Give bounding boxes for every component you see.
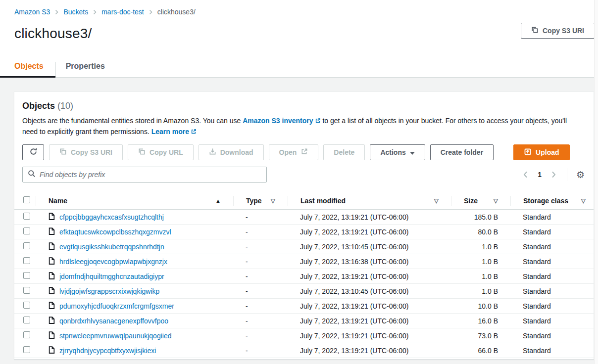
object-name-link[interactable]: stpnwcleepmvruwwqlpaunukjqogiied — [59, 332, 171, 340]
settings-gear-button[interactable]: ⚙ — [575, 170, 586, 180]
object-size-cell: 1.0 B — [451, 287, 510, 295]
object-name-cell: hrdlsleegjoqevcogbpwlapwbjxgnzjx — [36, 257, 233, 266]
object-name-link[interactable]: hrdlsleegjoqevcogbpwlapwbjxgnzjx — [59, 258, 167, 266]
row-checkbox[interactable] — [23, 346, 30, 353]
row-checkbox[interactable] — [23, 272, 30, 279]
column-label-type: Type — [246, 197, 262, 205]
row-select-cell — [14, 257, 36, 266]
object-name-link[interactable]: jdomfndjhquiltmgghcnzautadigiypr — [59, 273, 164, 280]
object-type-cell: - — [233, 287, 288, 295]
object-size-cell: 16.0 B — [451, 317, 510, 325]
delete-button[interactable]: Delete — [323, 144, 365, 160]
upload-icon — [524, 148, 532, 157]
object-name-link[interactable]: evgtlqusgiksshkubetrqqpshnrhdtjn — [59, 243, 164, 251]
object-name-link[interactable]: efktaqtucswkcowpclbsszhqxgzmvzvl — [59, 228, 171, 236]
row-checkbox[interactable] — [23, 287, 30, 294]
object-type-cell: - — [233, 347, 288, 355]
row-select-cell — [14, 242, 36, 251]
column-label-name: Name — [49, 197, 67, 205]
chevron-right-icon — [93, 9, 97, 15]
inventory-link-label: Amazon S3 inventory — [243, 117, 313, 125]
column-header-type[interactable]: Type ▽ — [233, 196, 288, 206]
download-label: Download — [220, 148, 253, 156]
column-header-last-modified[interactable]: Last modified ▽ — [288, 196, 451, 206]
pagination-controls: 1 ⚙ — [520, 168, 586, 181]
file-icon — [49, 272, 55, 281]
scrollbar[interactable] — [594, 0, 598, 364]
tab-objects[interactable]: Objects — [0, 62, 55, 78]
refresh-button[interactable] — [22, 144, 44, 160]
delete-label: Delete — [334, 148, 354, 156]
objects-toolbar: Copy S3 URI Copy URL Download Open Delet… — [22, 144, 586, 160]
column-header-name[interactable]: Name ▲ — [36, 196, 233, 206]
object-name-link[interactable]: zjrryqhdnjycypcqbtfxyxwjisjkiexi — [59, 347, 156, 355]
download-button[interactable]: Download — [199, 144, 264, 160]
open-button[interactable]: Open — [269, 144, 319, 160]
object-name-cell: qonbrdxrhlvysanacgenexpffovvfpoo — [36, 317, 233, 325]
actions-dropdown-button[interactable]: Actions — [370, 144, 425, 160]
object-name-cell: jdomfndjhquiltmgghcnzautadigiypr — [36, 272, 233, 281]
row-checkbox[interactable] — [23, 228, 30, 234]
objects-panel: Objects (10) Objects are the fundamental… — [14, 91, 594, 360]
object-last-modified-cell: July 7, 2022, 13:19:21 (UTC-06:00) — [288, 317, 451, 325]
object-name-link[interactable]: cfppcjbbggayhcxcasfxsugtzhcqlthj — [59, 213, 164, 221]
objects-table: Name ▲ Type ▽ Last modified ▽ Size ▽ Sto… — [14, 192, 594, 358]
object-name-link[interactable]: pdumoxyhjcdfuoqkrzxmfcrgmfgsxmer — [59, 302, 174, 310]
actions-label: Actions — [380, 148, 405, 156]
copy-icon — [138, 148, 146, 157]
panel-description: Objects are the fundamental entities sto… — [22, 116, 584, 137]
row-select-cell — [14, 228, 36, 236]
table-row: lvjdjgojwfsgrappscrxixwjqkigwikp - July … — [14, 284, 594, 299]
sort-icon: ▽ — [271, 197, 275, 204]
content-area: Objects (10) Objects are the fundamental… — [0, 78, 598, 360]
previous-page-button[interactable] — [520, 169, 531, 180]
caret-down-icon — [410, 148, 415, 156]
object-last-modified-cell: July 7, 2022, 13:10:45 (UTC-06:00) — [288, 243, 451, 251]
copy-s3-uri-button[interactable]: Copy S3 URI — [49, 144, 123, 160]
next-page-button[interactable] — [548, 169, 559, 180]
row-select-cell — [14, 287, 36, 295]
object-storage-class-cell: Standard — [510, 302, 594, 310]
tab-bar: Objects Properties — [0, 62, 115, 78]
object-type-cell: - — [233, 228, 288, 236]
learn-more-label: Learn more — [151, 128, 189, 136]
file-icon — [49, 287, 55, 296]
refresh-icon — [29, 147, 38, 157]
upload-button[interactable]: Upload — [513, 144, 569, 160]
column-label-storage-class: Storage class — [523, 197, 568, 205]
tab-properties[interactable]: Properties — [55, 62, 115, 78]
external-link-icon — [315, 116, 321, 127]
object-last-modified-cell: July 7, 2022, 13:19:21 (UTC-06:00) — [288, 213, 451, 221]
description-text: Objects are the fundamental entities sto… — [22, 117, 243, 125]
object-name-link[interactable]: lvjdjgojwfsgrappscrxixwjqkigwikp — [59, 287, 159, 295]
breadcrumb-link-bucket[interactable]: mars-doc-test — [101, 8, 144, 16]
row-checkbox[interactable] — [23, 242, 30, 249]
breadcrumb-link-buckets[interactable]: Buckets — [63, 8, 88, 16]
row-checkbox[interactable] — [23, 331, 30, 338]
search-input[interactable] — [40, 171, 261, 179]
row-checkbox[interactable] — [23, 302, 30, 309]
learn-more-link[interactable]: Learn more — [151, 128, 197, 136]
current-page-button[interactable]: 1 — [534, 171, 546, 179]
inventory-link[interactable]: Amazon S3 inventory — [243, 117, 320, 125]
row-checkbox[interactable] — [23, 317, 30, 323]
row-checkbox[interactable] — [23, 213, 30, 220]
copy-icon — [59, 148, 67, 157]
column-label-size: Size — [464, 197, 478, 205]
column-header-size[interactable]: Size ▽ — [451, 196, 510, 206]
breadcrumb-link-amazon-s3[interactable]: Amazon S3 — [14, 8, 50, 16]
create-folder-button[interactable]: Create folder — [430, 144, 494, 160]
copy-url-button[interactable]: Copy URL — [128, 144, 194, 160]
select-all-checkbox[interactable] — [23, 196, 30, 203]
copy-s3-uri-header-button[interactable]: Copy S3 URI — [521, 23, 595, 39]
sort-icon: ▽ — [581, 197, 586, 204]
object-last-modified-cell: July 7, 2022, 13:10:45 (UTC-06:00) — [288, 287, 451, 295]
object-name-link[interactable]: qonbrdxrhlvysanacgenexpffovvfpoo — [59, 317, 168, 325]
file-icon — [49, 331, 55, 340]
panel-title: Objects — [22, 101, 55, 111]
object-type-cell: - — [233, 243, 288, 251]
column-header-storage-class[interactable]: Storage class ▽ — [510, 196, 594, 206]
row-checkbox[interactable] — [23, 257, 30, 264]
object-storage-class-cell: Standard — [510, 317, 594, 325]
copy-icon — [531, 26, 539, 35]
